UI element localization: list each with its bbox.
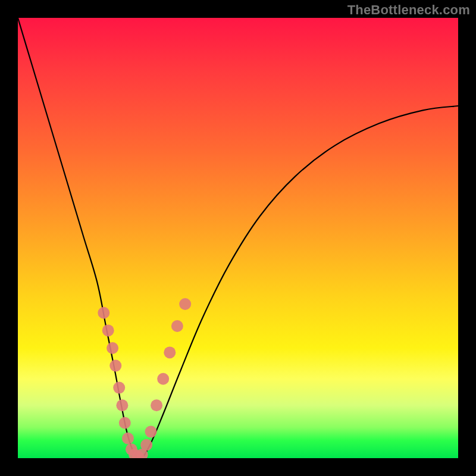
highlight-dot [151,399,162,411]
highlight-dot [164,346,176,358]
highlight-dot [179,298,191,310]
highlight-dot [157,373,169,385]
highlight-dot [116,399,128,411]
highlight-dot [98,307,109,319]
highlight-dot [102,324,114,336]
highlight-dot [109,360,121,372]
bottleneck-curve [18,18,458,458]
highlight-dot [140,439,152,451]
highlight-dot [145,426,157,438]
chart-frame: TheBottleneck.com [0,0,476,476]
highlight-dot [113,382,125,394]
highlight-dot [119,417,131,429]
highlight-dot [171,320,183,332]
curve-svg [18,18,458,458]
watermark-text: TheBottleneck.com [347,2,470,18]
plot-area [18,18,458,458]
highlight-dot [107,342,118,354]
highlight-dot [122,433,134,444]
